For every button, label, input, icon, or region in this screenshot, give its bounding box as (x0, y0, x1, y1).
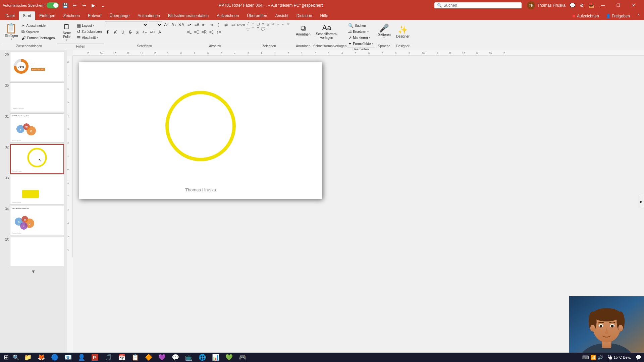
group-sprache-label[interactable]: Sprache (375, 43, 393, 49)
minimize-btn[interactable]: — (595, 0, 610, 11)
slide-thumb-32[interactable]: 32 ↖ Thomas Hruska (3, 144, 64, 174)
shape-arrow-right[interactable]: → (276, 21, 280, 26)
tab-dictation[interactable]: Dictation (292, 11, 316, 20)
convert-smartart-btn[interactable]: SmArt (237, 21, 244, 28)
maximize-btn[interactable]: ❐ (610, 0, 626, 11)
group-folien-label[interactable]: Folien (57, 43, 104, 49)
reset-btn[interactable]: ↺ Zurücksetzen (76, 29, 103, 35)
text-direction-btn[interactable]: ⇄ (223, 21, 229, 28)
chat-icon[interactable]: 💬 (568, 1, 576, 9)
tab-hilfe[interactable]: Hilfe (316, 11, 332, 20)
redo-icon[interactable]: ↪ (80, 1, 88, 9)
slide-canvas[interactable]: Thomas Hruska (79, 62, 322, 199)
slide-img-32[interactable]: ↖ Thomas Hruska (10, 144, 64, 174)
paste-dropdown[interactable]: ▾ (11, 38, 12, 41)
arrange-btn[interactable]: ⧉ Anordnen (294, 21, 312, 38)
tab-ansicht[interactable]: Ansicht (271, 11, 292, 20)
new-slide-btn[interactable]: 🗒 NeueFolie ▾ (58, 21, 75, 43)
taskbar-teams[interactable]: 💜 (156, 353, 168, 362)
shape-line[interactable]: / (246, 21, 250, 26)
taskbar-tv[interactable]: 📺 (182, 353, 195, 362)
slide-thumb-30[interactable]: 30 Thomas Hruska (3, 82, 64, 112)
shape-more[interactable]: ⋯ (266, 26, 270, 31)
start-btn[interactable]: ⊞ (1, 353, 11, 362)
font-size-select[interactable] (149, 21, 162, 28)
search-taskbar-btn[interactable]: 🔍 (11, 353, 21, 362)
taskbar-notepad[interactable]: 📋 (129, 353, 142, 362)
taskbar-explorer[interactable]: 📁 (21, 353, 34, 362)
shape-triangle[interactable]: △ (266, 21, 270, 26)
designer-btn[interactable]: ✨ Designer (394, 21, 412, 42)
share-btn[interactable]: 👤 Freigeben (602, 12, 633, 20)
tab-einfuegen[interactable]: Einfügen (35, 11, 59, 20)
slide-thumb-33[interactable]: 33 Thomas Hruska (3, 175, 64, 204)
paste-btn[interactable]: 📋 Einfügen ▾ (3, 21, 20, 42)
undo-icon[interactable]: ↩ (71, 1, 79, 9)
slide-img-34[interactable]: SWOT Analysis Sample Titel S W O T Thoma… (10, 206, 64, 235)
line-spacing-btn[interactable]: ↕≡ (215, 29, 222, 36)
group-schnellformat-label[interactable]: Schnellformatvorlagen (313, 43, 347, 49)
active-slide[interactable]: Thomas Hruska (79, 62, 322, 199)
settings-icon[interactable]: ⚙ (578, 1, 586, 9)
align-justify-btn[interactable]: ≡J (208, 29, 215, 36)
shape-arrow-left[interactable]: ← (281, 21, 285, 26)
shape-textbox[interactable]: T (256, 26, 260, 31)
font-color-btn[interactable]: A (156, 29, 163, 36)
taskbar-outlook[interactable]: 📧 (62, 353, 74, 362)
collapse-ribbon-btn[interactable]: ⌃ (633, 12, 644, 20)
increase-indent-btn[interactable]: ⇥ (208, 21, 215, 28)
diktieren-btn[interactable]: 🎤 Diktieren ▾ (375, 21, 392, 42)
shape-pentagon[interactable]: ⬠ (246, 26, 250, 31)
underline-btn[interactable]: U (119, 29, 126, 36)
decrease-indent-btn[interactable]: ⇤ (201, 21, 207, 28)
group-schriftart-label[interactable]: Schriftart ⧉ (104, 43, 185, 49)
taskbar-powerpoint[interactable]: P (89, 353, 101, 362)
clear-format-btn[interactable]: ✕A (178, 21, 184, 28)
slide-img-29[interactable]: 75% — — ANALYSIS 1407 (10, 52, 64, 81)
font-decrease-btn[interactable]: A↓ (170, 21, 177, 28)
taskbar-game[interactable]: 🎮 (236, 353, 249, 362)
taskbar-excel[interactable]: 📊 (209, 353, 222, 362)
slide-img-31[interactable]: SWOT Analysis Sample Titel S W O Thomas … (10, 113, 64, 143)
group-zwischenablage-label[interactable]: Zwischenablage ⧉ (1, 43, 57, 49)
font-increase-btn[interactable]: A↑ (163, 21, 170, 28)
taskbar-calendar[interactable]: 📅 (115, 353, 128, 362)
autosave-toggle[interactable] (47, 2, 59, 8)
strikethrough-btn[interactable]: S (127, 29, 133, 36)
align-center-btn[interactable]: ≡C (193, 29, 200, 36)
taskbar-person[interactable]: 👤 (75, 353, 88, 362)
shadow-btn[interactable]: S↕ (134, 29, 141, 36)
shape-callout[interactable]: 💬 (261, 26, 265, 31)
shape-diamond[interactable]: ◇ (261, 21, 265, 26)
scroll-down-icon[interactable]: ▼ (31, 269, 36, 274)
tab-uebergaenge[interactable]: Übergänge (106, 11, 133, 20)
slide-img-30[interactable]: Thomas Hruska (10, 82, 64, 112)
shape-connector[interactable]: ⌒ (251, 26, 255, 31)
formeffekte-btn[interactable]: ✦ Formeffekte ▾ (347, 41, 374, 47)
tab-datei[interactable]: Datei (1, 11, 19, 20)
taskbar-edge[interactable]: 🌐 (196, 353, 209, 362)
copy-btn[interactable]: ⧉ Kopieren (20, 29, 56, 35)
text-align-vert-btn[interactable]: ≡↕ (230, 21, 237, 28)
taskbar-chat[interactable]: 💬 (169, 353, 182, 362)
save-icon[interactable]: 💾 (61, 1, 69, 9)
group-anordnen-label[interactable]: Anordnen (293, 43, 313, 49)
taskbar-orange[interactable]: 🔶 (142, 353, 155, 362)
tab-bildschirm[interactable]: Bildschirmpräsentation (164, 11, 213, 20)
slide-thumb-29[interactable]: 29 75% — — ANALYSIS 1407 (3, 52, 64, 81)
slide-img-33[interactable]: Thomas Hruska (10, 175, 64, 204)
slide-thumb-35[interactable]: 35 (3, 237, 64, 266)
shape-rect[interactable]: □ (251, 21, 255, 26)
group-designer-label[interactable]: Designer (393, 43, 412, 49)
new-slide-dropdown[interactable]: ▾ (66, 39, 67, 42)
shape-star[interactable]: ☆ (286, 21, 290, 26)
tab-start[interactable]: Start (19, 11, 35, 20)
tab-zeichnen[interactable]: Zeichnen (59, 11, 84, 20)
search-btn[interactable]: 🔍 Suchen (347, 23, 374, 28)
sys-tray-icons[interactable]: ⌨ 📶 🔊 (581, 355, 604, 360)
diktieren-dropdown[interactable]: ▾ (383, 37, 385, 40)
section-btn[interactable]: ☰ Abschnitt ▾ (76, 35, 103, 41)
tab-entwurf[interactable]: Entwurf (84, 11, 106, 20)
group-zeichnen-label[interactable]: Zeichnen (245, 43, 293, 49)
tab-animationen[interactable]: Animationen (133, 11, 164, 20)
